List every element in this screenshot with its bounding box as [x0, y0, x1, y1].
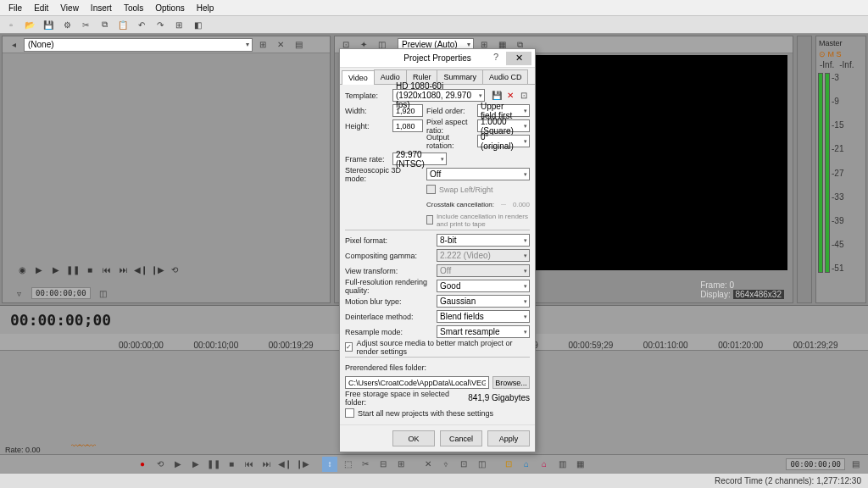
menu-file[interactable]: File — [3, 2, 27, 14]
framerate-select[interactable]: 29.970 (NTSC) — [392, 152, 447, 165]
stereo3d-label: Stereoscopic 3D mode: — [345, 166, 423, 183]
save-template-icon[interactable]: 💾 — [491, 90, 503, 102]
open-icon[interactable]: 📂 — [22, 17, 37, 32]
stereo3d-select[interactable]: Off — [426, 168, 530, 180]
media-next-icon[interactable]: ❙▶ — [150, 262, 165, 277]
tool-h-icon[interactable]: ◫ — [474, 457, 489, 472]
media-dropdown[interactable]: (None) — [24, 38, 253, 52]
media-opt3-icon[interactable]: ▤ — [291, 37, 306, 53]
tool-m-icon[interactable]: ▦ — [572, 457, 587, 472]
media-loop-icon[interactable]: ⟲ — [167, 262, 182, 277]
cut-icon[interactable]: ✂ — [78, 17, 93, 32]
match-media-icon[interactable]: ⊡ — [518, 90, 530, 102]
pixelformat-select[interactable]: 8-bit — [437, 234, 530, 247]
startall-checkbox[interactable] — [345, 408, 354, 418]
browse-button[interactable]: Browse... — [492, 376, 530, 389]
copy-icon[interactable]: ⧉ — [97, 17, 112, 32]
misc-icon[interactable]: ◧ — [190, 17, 205, 32]
tool-f-icon[interactable]: ⎀ — [438, 457, 453, 472]
media-opt1-icon[interactable]: ⊞ — [255, 37, 270, 53]
delete-template-icon[interactable]: ✕ — [504, 90, 516, 102]
tool-normal-icon[interactable]: ↕ — [322, 457, 337, 472]
tool-g-icon[interactable]: ⊡ — [456, 457, 471, 472]
media-split-icon[interactable]: ◫ — [96, 286, 111, 301]
apply-button[interactable]: Apply — [487, 430, 530, 446]
adjustsource-checkbox[interactable]: ✓ — [345, 342, 353, 352]
tool-i-icon[interactable]: ⊡ — [501, 457, 516, 472]
meter-left — [818, 73, 823, 273]
bt-pause-icon[interactable]: ❚❚ — [206, 457, 221, 472]
new-project-icon[interactable]: ▫ — [3, 17, 19, 32]
media-end-icon[interactable]: ⏭ — [116, 262, 131, 277]
outputrot-label: Output rotation: — [426, 133, 474, 150]
pixelaspect-select[interactable]: 1.0000 (Square) — [477, 119, 530, 132]
tool-d-icon[interactable]: ⊞ — [393, 457, 409, 472]
tool-a-icon[interactable]: ⬚ — [340, 457, 355, 472]
media-opt2-icon[interactable]: ✕ — [273, 37, 288, 53]
motionblur-select[interactable]: Gaussian — [437, 295, 530, 308]
timeline-timecode: 00:00:00;00 — [0, 306, 121, 334]
crosstalk-value: 0.000 — [513, 201, 530, 208]
tool-b-icon[interactable]: ✂ — [358, 457, 373, 472]
properties-icon[interactable]: ⚙ — [59, 17, 75, 32]
tool-j-icon[interactable]: ⌂ — [519, 457, 534, 472]
redo-icon[interactable]: ↷ — [153, 17, 168, 32]
tab-audiocd[interactable]: Audio CD — [482, 69, 529, 84]
fieldorder-select[interactable]: Upper field first — [477, 104, 530, 117]
bt-end-icon[interactable]: ⏭ — [259, 457, 275, 472]
bt-stop-icon[interactable]: ■ — [224, 457, 239, 472]
bt-play2-icon[interactable]: ▶ — [188, 457, 203, 472]
resample-select[interactable]: Smart resample — [437, 325, 530, 338]
undo-icon[interactable]: ↶ — [134, 17, 149, 32]
save-icon[interactable]: 💾 — [41, 17, 56, 32]
media-timecode: 00:00:00;00 — [31, 287, 91, 299]
waveform-icons: 〰〰〰 — [71, 441, 94, 451]
media-start-icon[interactable]: ⏮ — [99, 262, 114, 277]
framerate-label: Frame rate: — [345, 155, 389, 164]
media-back-icon[interactable]: ◂ — [6, 37, 21, 53]
cancel-button[interactable]: Cancel — [440, 430, 482, 446]
menu-view[interactable]: View — [55, 2, 84, 14]
media-record-icon[interactable]: ◉ — [14, 262, 30, 277]
media-marker-icon[interactable]: ▿ — [11, 286, 26, 301]
menu-insert[interactable]: Insert — [86, 2, 117, 14]
menu-tools[interactable]: Tools — [119, 2, 148, 14]
height-input[interactable] — [392, 119, 423, 132]
menu-options[interactable]: Options — [150, 2, 189, 14]
includecancel-label: Include cancellation in renders and prin… — [437, 213, 530, 228]
tab-video[interactable]: Video — [342, 70, 375, 85]
bt-start-icon[interactable]: ⏮ — [242, 457, 257, 472]
prerendered-input[interactable] — [345, 376, 489, 389]
bt-prev-icon[interactable]: ◀❙ — [277, 457, 292, 472]
deinterlace-select[interactable]: Blend fields — [437, 310, 530, 323]
menu-edit[interactable]: Edit — [29, 2, 53, 14]
ok-button[interactable]: OK — [392, 430, 435, 446]
master-buttons[interactable]: ⊙ M S — [816, 50, 865, 58]
fullres-select[interactable]: Good — [437, 280, 530, 292]
media-pause-icon[interactable]: ❚❚ — [65, 262, 81, 277]
snap-icon[interactable]: ⊞ — [171, 17, 186, 32]
template-label: Template: — [345, 92, 389, 100]
tool-c-icon[interactable]: ⊟ — [376, 457, 391, 472]
outputrot-select[interactable]: 0° (original) — [477, 135, 530, 147]
bt-next-icon[interactable]: ❙▶ — [295, 457, 310, 472]
tool-k-icon[interactable]: ⌂ — [537, 457, 552, 472]
tool-l-icon[interactable]: ▥ — [554, 457, 570, 472]
media-play-icon[interactable]: ▶ — [31, 262, 47, 277]
tool-e-icon[interactable]: ✕ — [420, 457, 436, 472]
bt-play-icon[interactable]: ▶ — [170, 457, 186, 472]
bottom-opt-icon[interactable]: ▤ — [848, 457, 863, 472]
media-prev-icon[interactable]: ◀❙ — [133, 262, 148, 277]
media-stop-icon[interactable]: ■ — [82, 262, 97, 277]
menu-help[interactable]: Help — [192, 2, 220, 14]
paste-icon[interactable]: 📋 — [115, 17, 131, 32]
swaplr-label: Swap Left/Right — [439, 186, 493, 194]
master-title: Master — [816, 36, 865, 50]
template-select[interactable]: HD 1080-60i (1920x1080, 29.970 fps) — [392, 89, 485, 102]
deinterlace-label: Deinterlace method: — [345, 313, 433, 321]
dialog-close-button[interactable]: ✕ — [506, 52, 531, 65]
dialog-help-button[interactable]: ? — [489, 52, 503, 62]
media-play2-icon[interactable]: ▶ — [48, 262, 64, 277]
bt-loop-icon[interactable]: ⟲ — [153, 457, 168, 472]
record-icon[interactable]: ● — [135, 457, 150, 472]
